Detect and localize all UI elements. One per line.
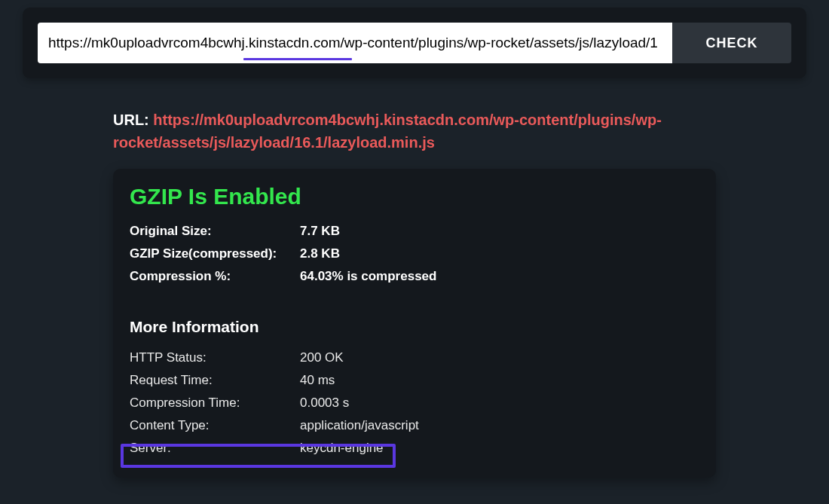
check-button[interactable]: CHECK [672,23,791,63]
info-label: Request Time: [130,373,300,388]
result-panel: GZIP Is Enabled Original Size: 7.7 KB GZ… [113,169,716,478]
stat-label: Compression %: [130,269,300,284]
info-value: application/javascript [300,418,419,433]
url-input[interactable] [38,23,672,63]
info-row: Content Type: application/javascript [130,414,699,437]
url-label: URL: [113,111,149,128]
info-label: HTTP Status: [130,350,300,365]
info-row-server: Server: keycdn-engine [130,437,699,460]
info-row: Request Time: 40 ms [130,369,699,392]
highlight-underline [243,58,352,60]
stat-label: GZIP Size(compressed): [130,246,300,261]
info-label: Compression Time: [130,396,300,411]
stat-value: 7.7 KB [300,224,340,239]
gzip-heading: GZIP Is Enabled [130,184,699,209]
result-url-line: URL: https://mk0uploadvrcom4bcwhj.kinsta… [113,108,716,154]
result-content: URL: https://mk0uploadvrcom4bcwhj.kinsta… [113,108,716,478]
stat-value: 64.03% is compressed [300,269,436,284]
info-label: Content Type: [130,418,300,433]
stat-value: 2.8 KB [300,246,340,261]
info-value: 40 ms [300,373,335,388]
stat-row: Original Size: 7.7 KB [130,220,699,243]
info-value: 200 OK [300,350,344,365]
stat-row: GZIP Size(compressed): 2.8 KB [130,243,699,265]
url-link[interactable]: https://mk0uploadvrcom4bcwhj.kinstacdn.c… [113,111,662,151]
check-bar: CHECK [23,8,806,78]
info-row: HTTP Status: 200 OK [130,347,699,369]
info-row: Compression Time: 0.0003 s [130,392,699,414]
more-info-heading: More Information [130,318,699,336]
stat-row: Compression %: 64.03% is compressed [130,265,699,288]
info-value: keycdn-engine [300,441,384,456]
info-label: Server: [130,441,300,456]
stat-label: Original Size: [130,224,300,239]
info-value: 0.0003 s [300,396,349,411]
